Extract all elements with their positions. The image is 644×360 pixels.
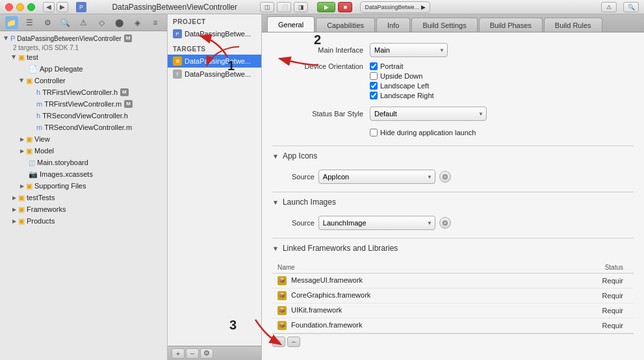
supporting-icon: ▣	[26, 182, 32, 190]
nav-icon-breakpoint[interactable]: ◈	[131, 16, 144, 29]
content-area: Main Interface Main Device Orientation	[262, 32, 644, 360]
content-tabs: General Capabilities Info Build Settings…	[262, 14, 644, 32]
panel-item-target1[interactable]: ⚙ DataPassingBetwe...	[168, 55, 261, 68]
tab-buildsettings[interactable]: Build Settings	[411, 18, 477, 32]
run-button[interactable]: ▶	[317, 2, 335, 12]
tree-item-trfirsth[interactable]: h TRFirstViewController.h M	[0, 86, 167, 98]
framework-name-0: 📦 MessageUI.framework	[272, 274, 539, 289]
tab-general[interactable]: General	[267, 16, 315, 32]
warning-icon[interactable]: ⚠	[601, 2, 617, 12]
tree-item-root[interactable]: ▶ P DataPassingBetweenViewController M	[0, 32, 167, 44]
panel-item-target2[interactable]: T DataPassingBetwe...	[168, 68, 261, 81]
tree-item-frameworks[interactable]: ▶ ▣ Frameworks	[0, 203, 167, 215]
tree-item-mainstoryboard[interactable]: ◫ Main.storyboard	[0, 157, 167, 168]
tree-item-testtests[interactable]: ▶ ▣ testTests	[0, 192, 167, 203]
project-panel: 1 3 PROJECT P DataPassingBetwe... TARGET…	[168, 14, 262, 360]
tree-item-controller[interactable]: ▶ ▣ Controller	[0, 75, 167, 86]
framework-label-2: UIKit.framework	[291, 306, 342, 314]
add-target-btn[interactable]: +	[172, 348, 185, 359]
tree-item-products[interactable]: ▶ ▣ Products	[0, 215, 167, 227]
nav-icon-folder[interactable]: 📁	[5, 16, 18, 29]
framework-row-3[interactable]: 📦 Foundation.framework Requir	[272, 318, 634, 333]
remove-framework-btn[interactable]: −	[287, 337, 300, 347]
framework-row-0[interactable]: 📦 MessageUI.framework Requir	[272, 274, 634, 289]
nav-icon-symbol[interactable]: ⚙	[41, 16, 54, 29]
gear-btn[interactable]: ⚙	[200, 348, 213, 359]
tab-capabilities[interactable]: Capabilities	[316, 18, 375, 32]
arrow-test: ▶	[10, 53, 18, 61]
tree-item-trsecondhh[interactable]: h TRSecondViewController.h	[0, 110, 167, 122]
device-orientation-label: Device Orientation	[272, 62, 370, 70]
tree-item-appdelegate[interactable]: 📄 App Delegate	[0, 63, 167, 75]
navigator-tree: ▶ P DataPassingBetweenViewController M 2…	[0, 31, 167, 360]
target1-label: DataPassingBetwe...	[185, 57, 251, 65]
stop-button[interactable]: ■	[338, 2, 352, 12]
orientation-landscapeleft-row: Landscape Left	[370, 82, 434, 90]
nav-icon-warn[interactable]: ⚠	[77, 16, 90, 29]
tree-item-trsecondm[interactable]: m TRSecondViewController.m	[0, 122, 167, 133]
remove-target-btn[interactable]: −	[186, 348, 199, 359]
hide-statusbar-checkbox-row: Hide during application launch	[370, 129, 476, 136]
tree-item-view[interactable]: ▶ ▣ View	[0, 133, 167, 145]
tab-buildphases[interactable]: Build Phases	[479, 18, 543, 32]
tree-item-xcassets[interactable]: 📷 Images.xcassets	[0, 168, 167, 180]
close-button[interactable]	[5, 3, 13, 11]
add-framework-btn[interactable]: +	[272, 337, 285, 347]
scheme-selector[interactable]: DataPassingBetwe... ▶	[360, 1, 430, 13]
launch-images-select[interactable]: LaunchImage	[318, 216, 435, 230]
mainstoryboard-label: Main.storyboard	[37, 159, 88, 166]
xcassets-label: Images.xcassets	[40, 170, 93, 178]
nav-icon-search[interactable]: 🔍	[59, 16, 72, 29]
controller-label: Controller	[34, 77, 66, 84]
arrow-frameworks: ▶	[10, 205, 18, 213]
view-toggle-right[interactable]: ◨	[294, 2, 308, 12]
framework-icon-0: 📦	[277, 276, 287, 285]
app-icons-settings-btn[interactable]: ⚙	[439, 171, 451, 183]
launch-images-settings-btn[interactable]: ⚙	[439, 217, 451, 229]
minimize-button[interactable]	[16, 3, 24, 11]
linked-frameworks-section-header[interactable]: ▼ Linked Frameworks and Libraries	[272, 238, 634, 257]
landscaperight-checkbox[interactable]	[370, 92, 378, 99]
tab-buildrules[interactable]: Build Rules	[544, 18, 602, 32]
framework-icon-1: 📦	[277, 291, 287, 300]
app-icons-section-header[interactable]: ▼ App Icons	[272, 146, 634, 164]
framework-row-2[interactable]: 📦 UIKit.framework Requir	[272, 303, 634, 318]
trfirstm-label: TRFirstViewController.m	[44, 100, 122, 108]
portrait-checkbox[interactable]	[370, 62, 378, 70]
hide-statusbar-row: Hide during application launch	[272, 126, 634, 140]
maximize-button[interactable]	[27, 3, 35, 11]
arrow-products: ▶	[10, 217, 18, 225]
launch-images-section-header[interactable]: ▼ Launch Images	[272, 192, 634, 211]
arrow-controller: ▶	[18, 77, 26, 84]
main-interface-select[interactable]: Main	[370, 43, 448, 57]
nav-icon-source[interactable]: ☰	[23, 16, 36, 29]
view-icon: ▣	[26, 135, 32, 144]
tree-item-supportingfiles[interactable]: ▶ ▣ Supporting Files	[0, 180, 167, 192]
linked-frameworks-title: Linked Frameworks and Libraries	[283, 244, 398, 253]
model-icon: ▣	[26, 147, 32, 155]
hide-statusbar-checkbox[interactable]	[370, 129, 378, 136]
nav-icon-report[interactable]: ≡	[149, 16, 162, 29]
back-button[interactable]: ◀	[43, 2, 55, 12]
project-panel-bottombar: + − ⚙	[168, 346, 261, 360]
main-content: 2 General Capabilities Info Build Settin…	[262, 14, 644, 360]
statusbar-select[interactable]: Default	[370, 107, 487, 121]
view-toggle-center[interactable]: ⬜	[277, 2, 291, 12]
tree-item-model[interactable]: ▶ ▣ Model	[0, 145, 167, 157]
main-interface-dropdown-wrapper: Main	[370, 43, 448, 57]
framework-row-1[interactable]: 📦 CoreGraphics.framework Requir	[272, 289, 634, 303]
app-icons-select[interactable]: AppIcon	[318, 170, 435, 184]
landscapeleft-checkbox[interactable]	[370, 82, 378, 90]
tab-info[interactable]: Info	[376, 18, 410, 32]
nav-icon-debug[interactable]: ⬤	[113, 16, 126, 29]
framework-status-3: Requir	[539, 318, 634, 333]
nav-icon-test[interactable]: ◇	[95, 16, 108, 29]
tree-item-trfirstm[interactable]: m TRFirstViewController.m M	[0, 98, 167, 110]
upsidedown-checkbox[interactable]	[370, 72, 378, 80]
forward-button[interactable]: ▶	[57, 2, 68, 12]
test-label: test	[27, 53, 38, 61]
tree-item-test[interactable]: ▶ ▣ test	[0, 51, 167, 63]
view-toggle-left[interactable]: ◫	[260, 2, 274, 12]
search-button[interactable]: 🔍	[623, 2, 639, 12]
panel-item-project[interactable]: P DataPassingBetwe...	[168, 27, 261, 40]
